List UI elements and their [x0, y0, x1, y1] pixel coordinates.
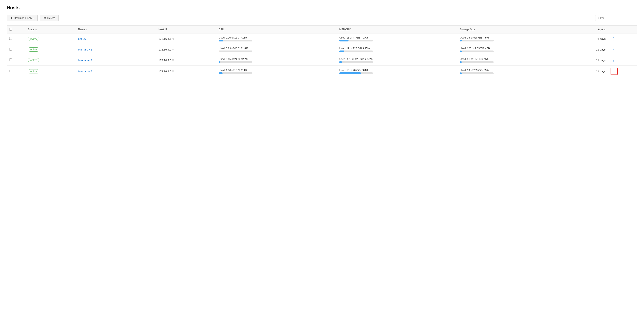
storage-used-label: Used — [460, 36, 466, 39]
download-yaml-button[interactable]: ⬇ Download YAML — [7, 15, 38, 21]
cpu-progress-fill — [219, 51, 219, 52]
row-checkbox[interactable] — [9, 37, 12, 40]
mem-used-label: Used — [339, 69, 345, 72]
copy-icon[interactable]: ⧉ — [172, 48, 174, 51]
row-actions-button[interactable]: ⋮ — [610, 57, 617, 63]
storage-used-label: Used — [460, 58, 466, 61]
cpu-used-label: Used — [219, 36, 224, 39]
col-hostip: Host IP — [156, 26, 216, 34]
mem-used-label: Used — [339, 58, 345, 61]
table-row: Active bm-06 172.16.4.6 ⧉ Used 2.10 of 1… — [7, 34, 637, 44]
host-name-link[interactable]: bm-harv-42 — [78, 48, 92, 51]
col-actions — [608, 26, 637, 34]
mem-progress-bg — [339, 72, 373, 74]
cpu-pct: / 1.8% — [241, 47, 248, 50]
storage-pct: / 5% — [484, 69, 489, 72]
mem-progress-fill — [339, 72, 361, 74]
memory-metric: Used 13 of 47 GiB / 27% — [339, 36, 455, 42]
age-value: 6 days — [598, 37, 606, 40]
mem-progress-fill — [339, 61, 342, 63]
cpu-metric: Used 2.10 of 16 C / 13% — [219, 36, 334, 42]
storage-pct: / 5% — [484, 58, 489, 61]
row-actions-button[interactable]: ⋮ — [610, 68, 618, 75]
ip-text: 172.16.4.6 — [158, 37, 171, 40]
table-container: State ⇅ Name ↓ Host IP CPU MEMORY Storag… — [7, 26, 637, 77]
age-value: 11 days — [596, 48, 606, 51]
page-title: Hosts — [7, 5, 637, 11]
table-row: Active bm-harv-42 172.16.4.2 ⧉ Used 0.89… — [7, 44, 637, 55]
storage-value: 26 of 528 GiB — [467, 36, 482, 39]
memory-metric: Used 8.25 of 126 GiB / 6.6% — [339, 58, 455, 63]
mem-value: 13 of 47 GiB — [346, 36, 360, 39]
age-sort-icon: ⇅ — [604, 29, 606, 31]
mem-used-label: Used — [339, 36, 345, 39]
hosts-table: State ⇅ Name ↓ Host IP CPU MEMORY Storag… — [7, 26, 637, 77]
memory-metric: Used 19 of 126 GiB / 15% — [339, 47, 455, 52]
age-value: 11 days — [596, 70, 606, 73]
download-yaml-label: Download YAML — [14, 17, 34, 20]
col-age[interactable]: Age ⇅ — [568, 26, 608, 34]
status-badge: Active — [28, 47, 39, 52]
copy-icon[interactable]: ⧉ — [172, 37, 174, 40]
trash-icon: 🗑 — [43, 17, 46, 20]
mem-pct: / 15% — [363, 47, 370, 50]
cpu-progress-bg — [219, 40, 252, 42]
storage-pct: / 5% — [484, 36, 489, 39]
col-memory: MEMORY — [337, 26, 457, 34]
download-icon: ⬇ — [10, 17, 12, 20]
select-all-checkbox[interactable] — [9, 28, 12, 31]
cpu-progress-fill — [219, 40, 223, 42]
mem-pct: / 27% — [362, 36, 368, 39]
col-storage: Storage Size — [458, 26, 568, 34]
row-checkbox[interactable] — [9, 59, 12, 61]
table-header: State ⇅ Name ↓ Host IP CPU MEMORY Storag… — [7, 26, 637, 34]
host-ip: 172.16.4.5 ⧉ — [158, 70, 214, 73]
copy-icon[interactable]: ⧉ — [172, 59, 174, 62]
cpu-progress-fill — [219, 72, 222, 74]
host-name-link[interactable]: bm-06 — [78, 37, 86, 40]
col-state[interactable]: State ⇅ — [25, 26, 76, 34]
storage-metric: Used 26 of 528 GiB / 5% — [460, 36, 566, 42]
mem-progress-bg — [339, 61, 373, 63]
mem-value: 8.25 of 126 GiB — [346, 58, 364, 61]
memory-metric: Used 13 of 20 GiB / 64% — [339, 69, 455, 74]
row-checkbox[interactable] — [9, 70, 12, 72]
storage-progress-bg — [460, 40, 494, 42]
mem-value: 19 of 126 GiB — [346, 47, 362, 50]
cpu-progress-bg — [219, 72, 252, 74]
cpu-pct: / 2.7% — [241, 58, 248, 61]
cpu-metric: Used 1.80 of 16 C / 11% — [219, 69, 334, 74]
table-body: Active bm-06 172.16.4.6 ⧉ Used 2.10 of 1… — [7, 34, 637, 77]
storage-pct: / 5% — [485, 47, 490, 50]
storage-used-label: Used — [460, 47, 466, 50]
copy-icon[interactable]: ⧉ — [172, 70, 174, 73]
row-actions-button[interactable]: ⋮ — [610, 46, 617, 53]
cpu-pct: / 13% — [241, 36, 248, 39]
name-sort-icon: ↓ — [86, 29, 87, 31]
row-actions-button[interactable]: ⋮ — [610, 36, 617, 42]
delete-label: Delete — [47, 17, 55, 20]
storage-value: 13 of 253 GiB — [467, 69, 482, 72]
cpu-value: 1.80 of 16 C — [226, 69, 240, 72]
storage-metric: Used 13 of 253 GiB / 5% — [460, 69, 566, 74]
filter-input[interactable] — [595, 15, 637, 21]
host-ip: 172.16.4.2 ⧉ — [158, 48, 214, 51]
storage-progress-bg — [460, 51, 494, 52]
storage-progress-fill — [460, 61, 462, 63]
cpu-value: 0.65 of 24 C — [226, 58, 240, 61]
table-row: Active bm-harv-45 172.16.4.5 ⧉ Used 1.80… — [7, 66, 637, 77]
cpu-used-label: Used — [219, 47, 224, 50]
host-ip: 172.16.4.6 ⧉ — [158, 37, 214, 40]
col-name[interactable]: Name ↓ — [76, 26, 156, 34]
status-badge: Active — [28, 58, 39, 62]
storage-value: 123 of 2.39 TiB — [467, 47, 484, 50]
mem-used-label: Used — [339, 47, 345, 50]
row-checkbox[interactable] — [9, 48, 12, 51]
ip-text: 172.16.4.5 — [158, 70, 171, 73]
delete-button[interactable]: 🗑 Delete — [40, 15, 59, 21]
host-name-link[interactable]: bm-harv-43 — [78, 59, 92, 62]
cpu-metric: Used 0.65 of 24 C / 2.7% — [219, 58, 334, 63]
cpu-progress-fill — [219, 61, 220, 63]
mem-pct: / 6.6% — [365, 58, 372, 61]
host-name-link[interactable]: bm-harv-45 — [78, 70, 92, 73]
